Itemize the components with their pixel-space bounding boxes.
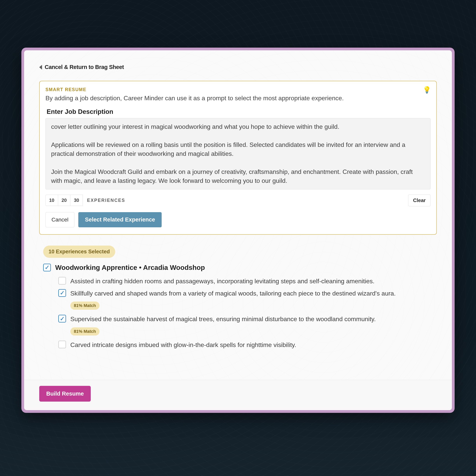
match-badge: 81% Match bbox=[70, 327, 100, 336]
bulb-icon: 💡 bbox=[423, 86, 431, 94]
experience-checkbox[interactable]: ✓ bbox=[58, 315, 66, 323]
experience-checkbox[interactable]: ✓ bbox=[58, 340, 66, 348]
smart-resume-subtitle: By adding a job description, Career Mind… bbox=[46, 95, 430, 102]
experience-item: ✓ Supervised the sustainable harvest of … bbox=[58, 315, 437, 323]
selected-count-pill: 10 Experiences Selected bbox=[43, 246, 115, 258]
experience-text: Assisted in crafting hidden rooms and pa… bbox=[70, 277, 374, 286]
clear-button[interactable]: Clear bbox=[408, 194, 430, 206]
select-related-experience-button[interactable]: Select Related Experience bbox=[78, 212, 162, 227]
cancel-button[interactable]: Cancel bbox=[46, 212, 74, 227]
seg-30-button[interactable]: 30 bbox=[70, 195, 83, 206]
back-link-label: Cancel & Return to Brag Sheet bbox=[45, 64, 124, 70]
modal-content: Cancel & Return to Brag Sheet 💡 SMART RE… bbox=[24, 50, 452, 410]
experiences-label: EXPERIENCES bbox=[87, 198, 125, 203]
job-description-label: Enter Job Description bbox=[47, 108, 430, 115]
experience-count-row: 10 20 30 EXPERIENCES Clear bbox=[46, 194, 430, 206]
build-resume-button[interactable]: Build Resume bbox=[39, 386, 91, 402]
selected-experiences-section: 10 Experiences Selected ✓ Woodworking Ap… bbox=[39, 246, 437, 349]
experience-text: Supervised the sustainable harvest of ma… bbox=[70, 315, 376, 323]
match-badge: 81% Match bbox=[70, 302, 100, 310]
job-title: Woodworking Apprentice • Arcadia Woodsho… bbox=[55, 264, 205, 272]
job-row: ✓ Woodworking Apprentice • Arcadia Woods… bbox=[43, 264, 437, 272]
experience-item: ✓ Skillfully carved and shaped wands fro… bbox=[58, 289, 437, 298]
chevron-left-icon bbox=[39, 65, 42, 69]
experience-checkbox[interactable]: ✓ bbox=[58, 289, 66, 297]
seg-10-button[interactable]: 10 bbox=[46, 195, 58, 206]
experience-item: ✓ Carved intricate designs imbued with g… bbox=[58, 340, 437, 349]
experience-item: ✓ Assisted in crafting hidden rooms and … bbox=[58, 277, 437, 286]
job-description-textarea[interactable] bbox=[46, 118, 430, 189]
experience-checkbox[interactable]: ✓ bbox=[58, 277, 66, 285]
modal-frame: Cancel & Return to Brag Sheet 💡 SMART RE… bbox=[21, 48, 455, 413]
seg-20-button[interactable]: 20 bbox=[58, 195, 70, 206]
experience-text: Skillfully carved and shaped wands from … bbox=[70, 289, 396, 298]
experience-text: Carved intricate designs imbued with glo… bbox=[70, 340, 296, 349]
job-checkbox[interactable]: ✓ bbox=[43, 264, 51, 272]
smart-resume-card: 💡 SMART RESUME By adding a job descripti… bbox=[39, 81, 437, 235]
back-link[interactable]: Cancel & Return to Brag Sheet bbox=[39, 64, 437, 70]
footer-bar: Build Resume bbox=[24, 380, 452, 410]
smart-resume-badge: SMART RESUME bbox=[46, 87, 430, 92]
